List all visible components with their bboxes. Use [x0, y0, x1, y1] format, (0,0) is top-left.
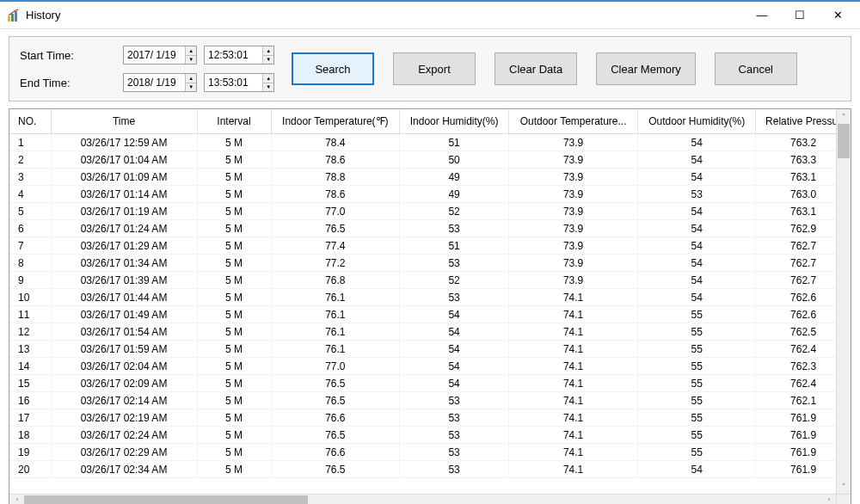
col-header-time[interactable]: Time — [51, 109, 197, 134]
cell-indoor_hum: 54 — [400, 306, 509, 323]
maximize-button[interactable]: ☐ — [781, 3, 819, 28]
cell-no: 1 — [9, 134, 51, 151]
cell-time: 03/26/17 02:29 AM — [51, 444, 197, 461]
cell-indoor_hum: 54 — [400, 341, 509, 358]
cell-outdoor_hum: 55 — [638, 306, 756, 323]
cell-indoor_hum: 51 — [400, 237, 509, 255]
table-row[interactable]: 1903/26/17 02:29 AM5 M76.65374.155761.9 — [9, 444, 851, 461]
cell-indoor_temp: 78.6 — [271, 151, 400, 169]
cell-time: 03/26/17 12:59 AM — [51, 134, 197, 151]
cell-no: 19 — [9, 444, 51, 461]
start-time-row: Start Time: ▲ ▼ ▲ ▼ — [20, 46, 274, 65]
clear-memory-button[interactable]: Clear Memory — [596, 52, 696, 85]
table-row[interactable]: 503/26/17 01:19 AM5 M77.05273.954763.1 — [9, 203, 851, 220]
table-row[interactable]: 1703/26/17 02:19 AM5 M76.65374.155761.9 — [9, 409, 851, 427]
table-row[interactable]: 603/26/17 01:24 AM5 M76.55373.954762.9 — [9, 220, 851, 237]
spinner-down-icon[interactable]: ▼ — [186, 83, 196, 92]
start-date-field[interactable]: ▲ ▼ — [123, 46, 197, 65]
end-time-input[interactable] — [205, 74, 262, 91]
cell-outdoor_temp: 73.9 — [509, 255, 638, 272]
search-button[interactable]: Search — [292, 52, 374, 85]
col-header-interval[interactable]: Interval — [197, 109, 271, 134]
start-time-field[interactable]: ▲ ▼ — [204, 46, 274, 65]
cell-no: 16 — [9, 392, 51, 409]
table-row[interactable]: 1303/26/17 01:59 AM5 M76.15474.155762.4 — [9, 341, 851, 358]
cell-indoor_hum: 49 — [400, 169, 509, 186]
cell-interval: 5 M — [197, 392, 271, 409]
table-row[interactable]: 1803/26/17 02:24 AM5 M76.55374.155761.9 — [9, 427, 851, 444]
col-header-indoor-hum[interactable]: Indoor Humidity(%) — [400, 109, 509, 134]
cell-no: 9 — [9, 272, 51, 289]
table-row[interactable]: 1003/26/17 01:44 AM5 M76.15374.154762.6 — [9, 289, 851, 306]
close-button[interactable]: ✕ — [819, 3, 857, 28]
cell-interval: 5 M — [197, 323, 271, 341]
cell-indoor_temp: 78.4 — [271, 134, 400, 151]
start-date-input[interactable] — [124, 46, 185, 64]
minimize-button[interactable]: — — [743, 3, 781, 28]
table-row[interactable]: 703/26/17 01:29 AM5 M77.45173.954762.7 — [9, 237, 851, 255]
spinner-down-icon[interactable]: ▼ — [263, 83, 273, 92]
cell-indoor_temp: 76.1 — [271, 289, 400, 306]
clear-data-button[interactable]: Clear Data — [494, 52, 577, 85]
scroll-left-icon[interactable]: ˂ — [9, 495, 24, 504]
spinner-up-icon[interactable]: ▲ — [186, 46, 196, 56]
vertical-scrollbar[interactable]: ˄ ˅ — [836, 109, 851, 494]
cell-outdoor_hum: 55 — [638, 392, 756, 409]
table-row[interactable]: 1403/26/17 02:04 AM5 M77.05474.155762.3 — [9, 358, 851, 375]
window-title: History — [26, 9, 60, 22]
export-button[interactable]: Export — [393, 52, 476, 85]
spinner-up-icon[interactable]: ▲ — [263, 74, 273, 83]
table-row[interactable]: 803/26/17 01:34 AM5 M77.25373.954762.7 — [9, 255, 851, 272]
spinner-down-icon[interactable]: ▼ — [186, 56, 196, 65]
scroll-down-icon[interactable]: ˅ — [837, 479, 851, 494]
cell-indoor_temp: 78.8 — [271, 169, 400, 186]
start-time-input[interactable] — [205, 46, 262, 64]
cell-interval: 5 M — [197, 461, 271, 478]
horizontal-scroll-track[interactable] — [24, 495, 821, 504]
cell-outdoor_temp: 74.1 — [509, 375, 638, 392]
cell-outdoor_hum: 54 — [638, 272, 756, 289]
table-row[interactable]: 903/26/17 01:39 AM5 M76.85273.954762.7 — [9, 272, 851, 289]
date-column: Start Time: ▲ ▼ ▲ ▼ End Tim — [20, 46, 274, 92]
table-row[interactable]: 303/26/17 01:09 AM5 M78.84973.954763.1 — [9, 169, 851, 186]
cell-time: 03/26/17 02:19 AM — [51, 409, 197, 427]
col-header-outdoor-hum[interactable]: Outdoor Humidity(%) — [638, 109, 756, 134]
cell-time: 03/26/17 01:19 AM — [51, 203, 197, 220]
horizontal-scrollbar[interactable]: ˂ ˃ — [9, 494, 836, 504]
cell-interval: 5 M — [197, 427, 271, 444]
table-row[interactable]: 203/26/17 01:04 AM5 M78.65073.954763.3 — [9, 151, 851, 169]
spinner-down-icon[interactable]: ▼ — [263, 56, 273, 65]
table-row[interactable]: 1203/26/17 01:54 AM5 M76.15474.155762.5 — [9, 323, 851, 341]
horizontal-scroll-thumb[interactable] — [24, 495, 308, 504]
table-row[interactable]: 1503/26/17 02:09 AM5 M76.55474.155762.4 — [9, 375, 851, 392]
table-row[interactable]: 103/26/17 12:59 AM5 M78.45173.954763.2 — [9, 134, 851, 151]
cell-outdoor_hum: 55 — [638, 323, 756, 341]
vertical-scroll-thumb[interactable] — [838, 124, 850, 158]
col-header-indoor-temp[interactable]: Indoor Temperature(℉) — [271, 109, 400, 134]
spinner-up-icon[interactable]: ▲ — [263, 46, 273, 56]
history-table-container: NO. Time Interval Indoor Temperature(℉) … — [9, 108, 851, 504]
end-date-input[interactable] — [124, 74, 185, 91]
cell-outdoor_hum: 54 — [638, 134, 756, 151]
table-row[interactable]: 403/26/17 01:14 AM5 M78.64973.953763.0 — [9, 186, 851, 203]
end-date-field[interactable]: ▲ ▼ — [123, 73, 197, 92]
table-row[interactable]: 1603/26/17 02:14 AM5 M76.55374.155762.1 — [9, 392, 851, 409]
cell-outdoor_hum: 54 — [638, 151, 756, 169]
cell-outdoor_temp: 74.1 — [509, 358, 638, 375]
vertical-scroll-track[interactable] — [837, 124, 851, 479]
cell-outdoor_hum: 54 — [638, 220, 756, 237]
col-header-no[interactable]: NO. — [9, 109, 51, 134]
cancel-button[interactable]: Cancel — [715, 52, 797, 85]
cell-indoor_temp: 76.6 — [271, 409, 400, 427]
spinner-up-icon[interactable]: ▲ — [186, 74, 196, 83]
cell-time: 03/26/17 01:49 AM — [51, 306, 197, 323]
col-header-outdoor-temp[interactable]: Outdoor Temperature... — [509, 109, 638, 134]
scroll-up-icon[interactable]: ˄ — [837, 109, 851, 124]
cell-indoor_hum: 54 — [400, 375, 509, 392]
titlebar[interactable]: History — ☐ ✕ — [0, 2, 860, 29]
table-row[interactable]: 1103/26/17 01:49 AM5 M76.15474.155762.6 — [9, 306, 851, 323]
table-row[interactable]: 2003/26/17 02:34 AM5 M76.55374.154761.9 — [9, 461, 851, 478]
end-time-field[interactable]: ▲ ▼ — [204, 73, 274, 92]
scroll-right-icon[interactable]: ˃ — [821, 495, 836, 504]
cell-time: 03/26/17 01:44 AM — [51, 289, 197, 306]
